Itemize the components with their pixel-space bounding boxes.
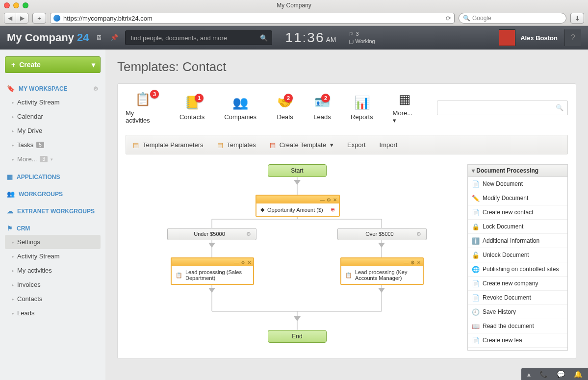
more-icon: ▦ — [396, 92, 414, 106]
section-workgroups[interactable]: 👥WORKGROUPS — [5, 187, 101, 201]
sidebar: + Create 🔖 MY WORKSPACE ⚙ Activity Strea… — [0, 50, 105, 380]
doc-item-save-history[interactable]: 🕘Save History — [468, 305, 567, 319]
section-crm[interactable]: ⚑CRM — [5, 222, 101, 235]
section-applications[interactable]: ▦APPLICATIONS — [5, 170, 101, 183]
doc-item-create-company[interactable]: 📄Create new company — [468, 277, 567, 291]
brand[interactable]: My Company 24 — [7, 31, 89, 44]
sidebar-item-leads[interactable]: Leads — [5, 306, 101, 320]
close-icon[interactable] — [4, 2, 10, 8]
subbar-templates[interactable]: ▤Templates — [217, 141, 256, 149]
sidebar-item-my-activities[interactable]: My activities — [5, 263, 101, 278]
status-count: 3 — [356, 31, 359, 37]
doc-item-unlock[interactable]: 🔓Unlock Document — [468, 248, 567, 262]
chat-icon[interactable]: 💬 — [557, 370, 565, 378]
tool-leads[interactable]: 🪪2Leads — [313, 96, 331, 121]
subbar-create-template[interactable]: ▤Create Template ▾ — [270, 141, 333, 149]
page-title: Templates: Contact — [117, 59, 576, 75]
bell-icon[interactable]: 🔔 — [574, 370, 582, 378]
sidebar-item-calendar[interactable]: Calendar — [5, 109, 101, 124]
flow-lead-sales[interactable]: —⚙✕ 📋Lead processing (Sales Department) — [171, 257, 254, 285]
create-template-icon: ▤ — [270, 141, 276, 149]
close-icon[interactable]: ✕ — [247, 260, 251, 265]
browser-search[interactable]: 🔍Google — [459, 13, 566, 24]
close-icon[interactable]: ✕ — [333, 197, 337, 203]
gear-icon[interactable]: ⚙ — [410, 260, 415, 265]
back-button[interactable]: ◀ — [4, 13, 16, 23]
doc-item-label: Read the document — [483, 323, 534, 329]
doc-item-lock[interactable]: 🔒Lock Document — [468, 220, 567, 234]
panel-header[interactable]: Document Processing — [468, 165, 567, 177]
create-button[interactable]: + Create — [5, 56, 101, 73]
minimize-icon[interactable]: — — [320, 197, 325, 203]
crm-search[interactable] — [437, 101, 568, 115]
subbar-export[interactable]: Export — [347, 141, 366, 149]
flow-branch-under[interactable]: Under $5000⚙ — [167, 228, 256, 240]
tool-more[interactable]: ▦More... ▾ — [393, 92, 418, 124]
doc-item-read[interactable]: 📖Read the document — [468, 319, 567, 333]
minimize-icon[interactable]: — — [234, 260, 239, 265]
doc-item-create-contact[interactable]: 📄Create new contact — [468, 205, 567, 220]
section-extranet[interactable]: ☁EXTRANET WORKGROUPS — [5, 204, 101, 218]
gear-icon[interactable]: ⚙ — [246, 231, 251, 237]
sidebar-item-contacts[interactable]: Contacts — [5, 292, 101, 306]
close-icon[interactable]: ✕ — [417, 260, 421, 265]
subbar-import[interactable]: Import — [380, 141, 398, 149]
doc-item-create-lead[interactable]: 📄Create new lea — [468, 333, 567, 348]
sidebar-item-settings[interactable]: Settings — [5, 235, 101, 249]
sidebar-item-activity[interactable]: Activity Stream — [5, 95, 101, 109]
tool-deals[interactable]: 🤝2Deals — [276, 96, 294, 121]
gear-icon[interactable]: ⚙ — [327, 197, 331, 203]
section-workspace[interactable]: 🔖 MY WORKSPACE ⚙ — [5, 82, 101, 95]
flow-lead-key-accounts[interactable]: —⚙✕ 📋Lead processing (Key Accounts Manag… — [340, 257, 424, 285]
phone-icon[interactable]: 📞 — [539, 370, 548, 378]
monitor-icon[interactable]: 🖥 — [96, 34, 103, 42]
sidebar-item-more[interactable]: More...3 ▾ — [5, 152, 101, 166]
forward-button[interactable]: ▶ — [16, 13, 28, 23]
gear-icon[interactable]: ⚙ — [241, 260, 245, 265]
companies-icon: 👥 — [231, 96, 249, 110]
tool-reports[interactable]: 📊Reports — [351, 96, 373, 121]
add-icon[interactable]: ⊕ — [331, 206, 335, 213]
doc-item-info[interactable]: ℹ️Additional Information — [468, 234, 567, 248]
url-field[interactable]: https://mycompany.bitrix24.com ⟳ — [50, 13, 455, 24]
minimize-icon[interactable]: — — [404, 260, 409, 265]
status-block[interactable]: 🏳 3 ▢ Working — [349, 30, 375, 45]
doc-item-label: Unlock Document — [483, 252, 529, 258]
doc-item-revoke[interactable]: 📄Revoke Document — [468, 291, 567, 305]
tool-label: Leads — [313, 113, 331, 121]
downloads-button[interactable]: ⬇ — [570, 13, 584, 24]
flow-branch-over[interactable]: Over $5000⚙ — [337, 228, 427, 240]
status-text: Working — [356, 38, 375, 44]
flow-start-node[interactable]: Start — [268, 164, 327, 177]
tool-my-activities[interactable]: 📋3My activities — [126, 92, 160, 124]
avatar[interactable] — [499, 29, 515, 46]
user-block[interactable]: Alex Boston — [499, 29, 558, 46]
minimize-icon[interactable] — [13, 2, 19, 8]
doc-item-label: Lock Document — [483, 223, 523, 230]
sidebar-item-tasks[interactable]: Tasks5 — [5, 138, 101, 152]
search-input[interactable]: find people, documents, and more 🔍 — [125, 30, 272, 45]
chevron-up-icon[interactable]: ▴ — [527, 370, 531, 378]
activities-icon: 📋 — [134, 92, 152, 106]
add-tab-button[interactable]: + — [32, 13, 46, 24]
help-button[interactable]: ? — [564, 29, 581, 46]
workflow-canvas[interactable]: Start —⚙✕ ◆Opportunity Amount ($)⊕ Under… — [126, 164, 461, 351]
sidebar-item-crm-activity[interactable]: Activity Stream — [5, 249, 101, 263]
gear-icon[interactable]: ⚙ — [93, 85, 99, 92]
reload-icon[interactable]: ⟳ — [446, 15, 451, 22]
tool-companies[interactable]: 👥Companies — [224, 96, 256, 121]
doc-item-modify[interactable]: ✏️Modify Document — [468, 191, 567, 205]
subbar-template-parameters[interactable]: ▤Template Parameters — [133, 141, 204, 149]
zoom-icon[interactable] — [23, 2, 28, 8]
doc-item-new[interactable]: 📄New Document — [468, 177, 567, 191]
sidebar-item-drive[interactable]: My Drive — [5, 124, 101, 138]
clock[interactable]: 11:36AM — [285, 30, 336, 46]
gear-icon[interactable]: ⚙ — [416, 231, 421, 237]
flow-end-node[interactable]: End — [268, 330, 327, 343]
pin-icon[interactable]: 📌 — [110, 34, 118, 42]
doc-item-publish[interactable]: 🌐Publishing on controlled sites — [468, 262, 567, 277]
sidebar-item-invoices[interactable]: Invoices — [5, 278, 101, 292]
flow-opportunity-node[interactable]: —⚙✕ ◆Opportunity Amount ($)⊕ — [256, 195, 340, 217]
tool-contacts[interactable]: 📒1Contacts — [179, 96, 205, 121]
search-icon[interactable]: 🔍 — [260, 34, 268, 42]
